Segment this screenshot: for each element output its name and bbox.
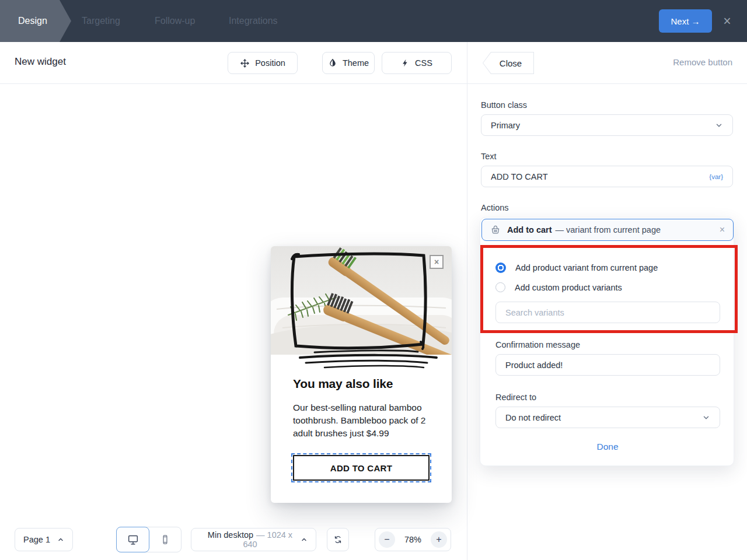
confirmation-message-wrap	[495, 354, 720, 376]
remove-action-icon[interactable]: ×	[720, 225, 725, 235]
zoom-in-button[interactable]: +	[431, 531, 447, 548]
next-button-label: Next →	[671, 16, 700, 26]
preview-description: Our best-selling natural bamboo toothbru…	[293, 401, 433, 440]
theme-button[interactable]: Theme	[322, 52, 375, 74]
close-editor-icon[interactable]: ×	[720, 14, 734, 28]
page-selector-label: Page 1	[23, 535, 50, 544]
css-button-label: CSS	[415, 58, 432, 68]
css-button[interactable]: CSS	[382, 52, 452, 74]
text-field-wrap: {var}	[481, 166, 733, 187]
desktop-view-button[interactable]	[116, 527, 149, 552]
position-button-label: Position	[255, 58, 285, 68]
close-panel-button-label: Close	[500, 58, 522, 68]
mobile-view-button[interactable]	[149, 527, 181, 552]
zoom-control: − 78% +	[375, 528, 451, 551]
zoom-out-button[interactable]: −	[379, 531, 395, 548]
tab-integrations[interactable]: Integrations	[229, 0, 278, 42]
viewport-size-text: Min desktop— 1024 x 640	[200, 530, 301, 549]
redirect-select[interactable]: Do not redirect	[495, 407, 720, 428]
button-class-value: Primary	[491, 121, 520, 130]
refresh-icon	[333, 534, 343, 545]
move-arrows-icon	[240, 58, 250, 68]
widget-editor-app: Design Targeting Follow-up Integrations …	[0, 0, 747, 560]
droplet-icon	[328, 58, 337, 68]
next-button[interactable]: Next →	[659, 9, 712, 33]
tab-targeting[interactable]: Targeting	[82, 0, 120, 42]
product-photo	[271, 246, 452, 355]
refresh-preview-button[interactable]	[327, 528, 349, 551]
highlight-annotation-box	[480, 245, 738, 333]
remove-button-link[interactable]: Remove button	[673, 57, 732, 67]
tab-targeting-label: Targeting	[82, 16, 120, 26]
viewport-size-label: Min desktop	[208, 530, 253, 540]
editor-toolbar: New widget Position Theme CSS	[0, 42, 747, 84]
basket-icon	[490, 225, 501, 235]
theme-button-label: Theme	[343, 58, 369, 68]
chevron-up-icon	[301, 536, 308, 543]
redirect-to-label: Redirect to	[495, 393, 536, 402]
action-item-add-to-cart[interactable]: Add to cart — variant from current page …	[481, 219, 734, 241]
panel-divider	[467, 42, 467, 560]
widget-close-icon[interactable]: ×	[430, 255, 444, 269]
confirmation-message-input[interactable]	[505, 360, 710, 370]
close-panel-button[interactable]: Close	[483, 52, 534, 74]
viewport-size-selector[interactable]: Min desktop— 1024 x 640	[191, 528, 316, 551]
mobile-icon	[159, 534, 171, 545]
widget-title: New widget	[15, 56, 66, 68]
chevron-down-icon	[715, 121, 723, 130]
action-editor-card: Add to cart — variant from current page …	[480, 217, 734, 466]
button-class-label: Button class	[481, 100, 527, 110]
page-selector[interactable]: Page 1	[15, 528, 73, 551]
tab-design-label: Design	[18, 16, 47, 26]
tab-integrations-label: Integrations	[229, 16, 278, 26]
var-badge[interactable]: {var}	[709, 173, 723, 180]
preview-heading: You may also like	[293, 377, 393, 391]
action-item-title: Add to cart	[507, 225, 552, 235]
preview-add-to-cart-label: ADD TO CART	[330, 463, 392, 473]
chevron-up-icon	[57, 536, 64, 543]
redirect-value: Do not redirect	[505, 413, 561, 422]
device-toggle	[116, 527, 181, 552]
lightning-bolt-icon	[401, 58, 410, 68]
chevron-down-icon	[702, 414, 710, 422]
done-link[interactable]: Done	[480, 442, 735, 452]
actions-label: Actions	[481, 203, 509, 212]
tab-follow-up[interactable]: Follow-up	[155, 0, 195, 42]
button-text-input[interactable]	[491, 172, 709, 181]
tab-design[interactable]: Design	[0, 0, 71, 42]
text-label: Text	[481, 152, 497, 161]
position-button[interactable]: Position	[228, 52, 298, 74]
top-navigation-bar: Design Targeting Follow-up Integrations …	[0, 0, 747, 42]
widget-preview-card: × You may also like Our best-selling nat…	[271, 246, 452, 503]
preview-add-to-cart-button[interactable]: ADD TO CART	[293, 455, 430, 481]
button-class-select[interactable]: Primary	[481, 114, 733, 136]
tab-follow-up-label: Follow-up	[155, 16, 195, 26]
zoom-value: 78%	[404, 535, 421, 544]
desktop-icon	[127, 533, 139, 546]
action-item-suffix: — variant from current page	[556, 225, 661, 235]
confirmation-message-label: Confirmation message	[495, 340, 580, 349]
